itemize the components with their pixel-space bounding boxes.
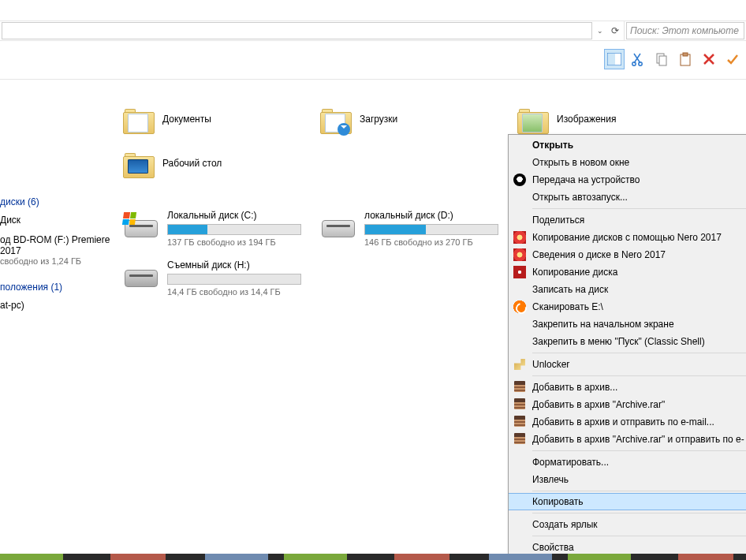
drive-freespace: 137 ГБ свободно из 194 ГБ — [167, 237, 311, 247]
menu-item-label: Закрепить на начальном экране — [532, 319, 674, 330]
menu-item[interactable]: Записать на диск — [509, 281, 746, 298]
drive-h[interactable]: Съемный диск (H:) 14,4 ГБ свободно из 14… — [118, 253, 315, 303]
apply-button[interactable] — [722, 49, 743, 69]
menu-separator — [532, 375, 746, 376]
copy-button[interactable] — [651, 49, 672, 69]
hdd-icon — [320, 212, 356, 239]
preview-pane-button[interactable] — [604, 49, 625, 69]
menu-item-label: Извлечь — [532, 474, 569, 485]
section-network-header[interactable]: положения (1) — [0, 278, 110, 297]
capacity-bar — [167, 274, 301, 285]
removable-icon — [123, 262, 159, 289]
svg-point-4 — [639, 62, 642, 65]
menu-separator — [532, 513, 746, 513]
hdd-icon — [123, 212, 159, 239]
menu-item-label: Сведения о диске в Nero 2017 — [532, 249, 666, 260]
menu-item[interactable]: Создать ярлык — [509, 516, 746, 533]
rar-icon — [513, 433, 526, 446]
menu-item[interactable]: Добавить в архив и отправить по e-mail..… — [509, 413, 746, 431]
menu-item[interactable]: Поделиться — [509, 211, 746, 229]
search-input[interactable]: Поиск: Этот компьюте — [626, 22, 744, 39]
section-drives-header[interactable]: диски (6) — [0, 193, 110, 212]
menu-item[interactable]: Копирование диска — [509, 263, 746, 281]
menu-item[interactable]: Извлечь — [509, 471, 746, 488]
folder-label: Изображения — [557, 106, 616, 125]
menu-item-label: Добавить в архив "Archive.rar" — [532, 399, 665, 410]
menu-item[interactable]: Копировать — [509, 493, 746, 510]
sidebar-item-network[interactable]: at-pc) — [0, 297, 110, 317]
svg-point-3 — [632, 62, 636, 65]
taskbar-edge — [0, 554, 746, 560]
rar-icon — [513, 398, 526, 411]
copy-icon — [655, 52, 669, 66]
sidebar-item-bdrom[interactable]: од BD-ROM (F:) Premiere 2017 свободно из… — [0, 232, 110, 272]
drive-label: Съемный диск (H:) — [167, 259, 311, 271]
cut-button[interactable] — [628, 49, 648, 69]
menu-item-label: Открыть автозапуск... — [532, 192, 628, 203]
menu-item[interactable]: Форматировать... — [509, 454, 746, 471]
menu-item-label: Форматировать... — [532, 457, 609, 468]
preview-icon — [607, 53, 621, 65]
drive-freespace: 14,4 ГБ свободно из 14,4 ГБ — [167, 287, 311, 297]
menu-item-label: Добавить в архив и отправить по e-mail..… — [532, 416, 714, 427]
address-bar: ⌄ ⟳ Поиск: Этот компьюте — [0, 21, 746, 41]
menu-item[interactable]: Добавить в архив... — [509, 379, 746, 396]
menu-item-label: Копирование дисков с помощью Nero 2017 — [532, 232, 722, 243]
nerodisc-icon — [513, 266, 526, 278]
menu-item[interactable]: Копирование дисков с помощью Nero 2017 — [509, 229, 746, 246]
menu-item[interactable]: Добавить в архив "Archive.rar" и отправи… — [509, 431, 746, 448]
x-icon — [702, 52, 716, 66]
folder-icon — [320, 109, 352, 136]
nero-icon — [513, 231, 526, 244]
folder-label: Загрузки — [360, 106, 397, 125]
clipboard-icon — [678, 52, 692, 66]
context-menu: ОткрытьОткрыть в новом окнеПередача на у… — [508, 134, 746, 558]
menu-item-label: Копирование диска — [532, 267, 617, 278]
windows-icon — [122, 212, 136, 225]
refresh-button[interactable]: ⟳ — [606, 22, 624, 39]
delete-button[interactable] — [699, 49, 719, 69]
menu-item[interactable]: Закрепить на начальном экране — [509, 315, 746, 333]
avast-icon — [513, 301, 526, 313]
checkmark-icon — [725, 52, 740, 66]
drive-label: Локальный диск (C:) — [167, 210, 311, 221]
address-dropdown-button[interactable]: ⌄ — [594, 22, 606, 39]
svg-rect-1 — [608, 54, 614, 65]
menu-item[interactable]: Сведения о диске в Nero 2017 — [509, 246, 746, 263]
drive-c[interactable]: Локальный диск (C:) 137 ГБ свободно из 1… — [118, 203, 315, 253]
menu-item[interactable]: Открыть автозапуск... — [509, 189, 746, 206]
folder-downloads[interactable]: Загрузки — [315, 99, 513, 144]
sidebar-item-disk[interactable]: Диск — [0, 212, 110, 232]
left-sidebar: диски (6) Диск од BD-ROM (F:) Premiere 2… — [0, 80, 110, 552]
paste-button[interactable] — [675, 49, 696, 69]
folder-label: Рабочий стол — [162, 150, 222, 169]
menu-item[interactable]: Передача на устройство — [509, 171, 746, 189]
menu-item-label: Записать на диск — [532, 284, 608, 295]
menu-separator — [532, 536, 746, 536]
menu-item[interactable]: Сканировать E:\ — [509, 298, 746, 315]
folder-icon — [123, 109, 155, 136]
menu-item[interactable]: Unlocker — [509, 356, 746, 373]
drive-d[interactable]: локальный диск (D:) 146 ГБ свободно из 2… — [315, 203, 513, 253]
folder-documents[interactable]: Документы — [118, 99, 315, 144]
menu-item-label: Поделиться — [532, 215, 584, 226]
scissors-icon — [631, 52, 645, 66]
menu-separator — [532, 450, 746, 451]
menu-item[interactable]: Открыть — [509, 136, 746, 154]
menu-separator — [532, 353, 746, 353]
folder-desktop[interactable]: Рабочий стол — [118, 144, 315, 188]
folder-icon — [123, 153, 155, 180]
menu-separator — [532, 491, 746, 491]
drive-freespace: 146 ГБ свободно из 270 ГБ — [364, 237, 508, 247]
menu-item-label: Добавить в архив... — [532, 382, 617, 393]
folder-icon — [517, 109, 549, 136]
menu-item[interactable]: Добавить в архив "Archive.rar" — [509, 396, 746, 413]
menu-item-label: Добавить в архив "Archive.rar" и отправи… — [532, 434, 744, 445]
menu-item-label: Unlocker — [532, 359, 569, 370]
address-path-input[interactable] — [2, 22, 592, 39]
menu-item[interactable]: Открыть в новом окне — [509, 154, 746, 171]
menu-item-label: Закрепить в меню "Пуск" (Classic Shell) — [532, 336, 705, 347]
menu-item[interactable]: Закрепить в меню "Пуск" (Classic Shell) — [509, 333, 746, 350]
menu-item-label: Передача на устройство — [532, 174, 640, 185]
menu-item-label: Открыть в новом окне — [532, 157, 629, 168]
